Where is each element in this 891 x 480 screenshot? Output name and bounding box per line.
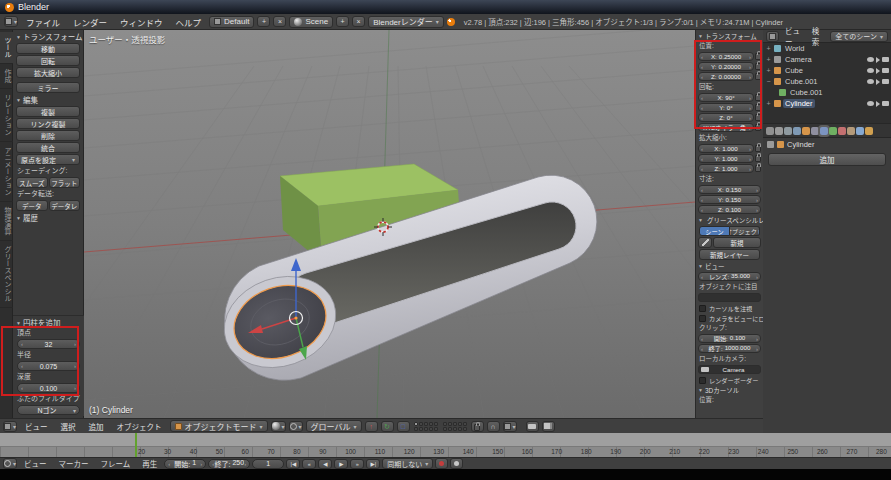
renderability-camera-icon[interactable]	[882, 57, 889, 62]
rotation-z-field[interactable]: ‹Z:0°›	[698, 113, 754, 122]
lock-cursor-checkbox[interactable]: カーソルを注視	[696, 303, 763, 313]
outliner-item-name[interactable]: World	[783, 44, 806, 53]
lock-object-field[interactable]	[698, 293, 761, 302]
tab-constraints-icon[interactable]	[811, 127, 819, 135]
layer-dot[interactable]	[443, 427, 447, 431]
panel-header-edit[interactable]: ▼編集	[13, 94, 83, 105]
rotation-y-field[interactable]: ‹Y:0°›	[698, 103, 754, 112]
titlebar[interactable]: Blender	[0, 0, 891, 14]
lock-icon[interactable]	[755, 94, 761, 101]
orientation-selector[interactable]: グローバル▾	[306, 420, 362, 432]
shade-flat-button[interactable]: フラット	[49, 177, 81, 188]
outliner-row-cube-001[interactable]: − Cube.001	[763, 76, 891, 87]
lock-icon[interactable]	[755, 63, 761, 70]
tab-data-icon[interactable]	[829, 127, 837, 135]
layout-close-button[interactable]: ×	[273, 16, 286, 27]
layer-dot[interactable]	[434, 427, 438, 431]
outliner-item-name[interactable]: Cylinder	[783, 99, 815, 108]
tab-physics[interactable]: 物理演算	[0, 202, 13, 241]
menu-help[interactable]: ヘルプ	[171, 16, 207, 28]
expander-icon[interactable]: +	[765, 67, 772, 74]
mirror-button[interactable]: ミラー	[16, 82, 80, 93]
tab-particles-icon[interactable]	[856, 127, 864, 135]
selectability-arrow-icon[interactable]	[876, 101, 880, 107]
scale-y-field[interactable]: ‹Y:1.000›	[698, 154, 754, 163]
manipulator-scale-button[interactable]: □	[397, 421, 410, 432]
increment-arrow-icon[interactable]: ›	[749, 115, 751, 121]
tab-object-icon[interactable]	[802, 127, 810, 135]
tab-texture-icon[interactable]	[847, 127, 855, 135]
editor-type-3dview-icon[interactable]: ▾	[3, 421, 17, 432]
lens-field[interactable]: ‹レンズ:35.000›	[698, 272, 761, 281]
mode-selector[interactable]: オブジェクトモード ▾	[170, 420, 268, 432]
renderability-camera-icon[interactable]	[882, 79, 889, 84]
lock-icon[interactable]	[755, 145, 761, 152]
increment-arrow-icon[interactable]: ›	[74, 341, 76, 347]
tab-relations[interactable]: リレーション	[0, 89, 13, 142]
scene-close-button[interactable]: ×	[352, 16, 365, 27]
breadcrumb-object-name[interactable]: Cylinder	[787, 140, 815, 149]
increment-arrow-icon[interactable]: ›	[749, 74, 751, 80]
scale-x-field[interactable]: ‹X:1.000›	[698, 144, 754, 153]
visibility-eye-icon[interactable]	[867, 79, 874, 84]
location-y-field[interactable]: ‹Y:0.20000›	[698, 62, 754, 71]
play-button[interactable]: ▶	[334, 459, 348, 469]
frame-start-field[interactable]: ‹開始:1›	[164, 459, 206, 469]
outliner-row-cylinder[interactable]: + Cylinder	[763, 98, 891, 109]
selectability-arrow-icon[interactable]	[876, 57, 880, 63]
timeline-menu-marker[interactable]: マーカー	[54, 458, 94, 469]
lock-icon[interactable]	[755, 114, 761, 121]
expander-icon[interactable]: +	[765, 56, 772, 63]
editor-type-info-icon[interactable]: ▾	[4, 16, 18, 27]
gp-object-toggle[interactable]: オブジェクト	[730, 226, 760, 236]
outliner-row-cube-001-data[interactable]: Cube.001	[763, 87, 891, 98]
timeline-canvas[interactable]: 2030405060708090100110120130140150160170…	[0, 433, 891, 457]
increment-arrow-icon[interactable]: ›	[749, 166, 751, 172]
editor-type-outliner-icon[interactable]	[766, 31, 779, 42]
expander-icon[interactable]: +	[765, 100, 772, 107]
depth-field[interactable]: ‹0.100›	[17, 383, 80, 393]
layer-dot[interactable]	[458, 422, 462, 426]
visibility-eye-icon[interactable]	[867, 68, 874, 73]
frame-end-field[interactable]: ‹終了:250›	[208, 459, 250, 469]
scene-selector[interactable]: Scene	[289, 16, 333, 28]
visibility-eye-icon[interactable]	[867, 57, 874, 62]
location-z-field[interactable]: ‹Z:0.00000›	[698, 72, 754, 81]
increment-arrow-icon[interactable]: ›	[756, 336, 758, 342]
move-button[interactable]: 移動	[16, 43, 80, 54]
linked-duplicate-button[interactable]: リンク複製	[16, 118, 80, 129]
tab-animation[interactable]: アニメーション	[0, 142, 13, 202]
outliner-item-name[interactable]: Camera	[783, 55, 814, 64]
dimension-y-field[interactable]: ‹Y:0.150›	[698, 195, 761, 204]
visibility-eye-icon[interactable]	[867, 101, 874, 106]
lock-icon[interactable]	[755, 53, 761, 60]
increment-arrow-icon[interactable]: ›	[74, 385, 76, 391]
snap-magnet-button[interactable]: ∩	[487, 421, 500, 432]
timeline-menu-frame[interactable]: フレーム	[96, 458, 136, 469]
lock-icon[interactable]	[755, 124, 761, 131]
layer-dot[interactable]	[424, 422, 428, 426]
increment-arrow-icon[interactable]: ›	[756, 197, 758, 203]
menu-window[interactable]: ウィンドウ	[115, 16, 168, 28]
radius-field[interactable]: ‹0.075›	[17, 361, 80, 371]
prev-keyframe-button[interactable]: «	[302, 459, 316, 469]
dimension-z-field[interactable]: ‹Z:0.100›	[698, 205, 761, 214]
next-keyframe-button[interactable]: »	[350, 459, 364, 469]
panel-header-transform-n[interactable]: ▼トランスフォーム	[696, 31, 763, 41]
panel-header-3d-cursor[interactable]: ▼3Dカーソル	[696, 385, 763, 395]
layer-grid-2[interactable]	[443, 422, 467, 431]
current-frame-field[interactable]: 1	[252, 459, 284, 469]
increment-arrow-icon[interactable]: ›	[756, 207, 758, 213]
increment-arrow-icon[interactable]: ›	[756, 346, 758, 352]
local-camera-field[interactable]: Camera	[698, 365, 761, 374]
lock-icon[interactable]	[755, 104, 761, 111]
layer-dot[interactable]	[419, 427, 423, 431]
increment-arrow-icon[interactable]: ›	[74, 363, 76, 369]
lock-icon[interactable]	[755, 73, 761, 80]
view3d-menu-view[interactable]: ビュー	[20, 421, 53, 432]
menu-file[interactable]: ファイル	[21, 16, 65, 28]
tab-physics-icon[interactable]	[865, 127, 873, 135]
snap-element-selector[interactable]: ▾	[503, 421, 517, 432]
increment-arrow-icon[interactable]: ›	[749, 64, 751, 70]
expander-icon[interactable]: +	[765, 45, 772, 52]
